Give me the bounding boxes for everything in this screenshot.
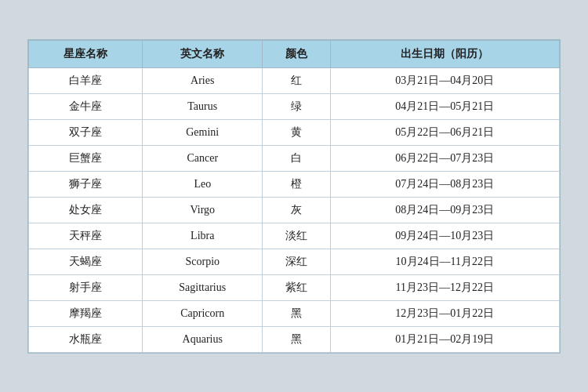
chinese-name: 金牛座: [29, 93, 143, 119]
chinese-name: 处女座: [29, 197, 143, 223]
color-value: 紫红: [263, 274, 330, 300]
table-row: 天蝎座Scorpio深红10月24日—11月22日: [29, 249, 560, 274]
table-row: 白羊座Aries红03月21日—04月20日: [29, 67, 560, 93]
english-name: Libra: [143, 223, 263, 249]
chinese-name: 狮子座: [29, 171, 143, 197]
english-name: Cancer: [143, 145, 263, 171]
color-value: 橙: [263, 171, 330, 197]
column-header: 星座名称: [29, 40, 143, 67]
chinese-name: 巨蟹座: [29, 145, 143, 171]
chinese-name: 白羊座: [29, 67, 143, 93]
english-name: Gemini: [143, 119, 263, 145]
date-range: 04月21日—05月21日: [330, 93, 559, 119]
date-range: 01月21日—02月19日: [330, 326, 559, 352]
chinese-name: 射手座: [29, 274, 143, 300]
english-name: Aries: [143, 67, 263, 93]
zodiac-table-container: 星座名称英文名称颜色出生日期（阳历） 白羊座Aries红03月21日—04月20…: [27, 39, 561, 354]
color-value: 绿: [263, 93, 330, 119]
date-range: 08月24日—09月23日: [330, 197, 559, 223]
zodiac-table: 星座名称英文名称颜色出生日期（阳历） 白羊座Aries红03月21日—04月20…: [28, 40, 560, 353]
date-range: 03月21日—04月20日: [330, 67, 559, 93]
english-name: Leo: [143, 171, 263, 197]
chinese-name: 摩羯座: [29, 300, 143, 326]
table-row: 巨蟹座Cancer白06月22日—07月23日: [29, 145, 560, 171]
column-header: 颜色: [263, 40, 330, 67]
table-row: 金牛座Taurus绿04月21日—05月21日: [29, 93, 560, 119]
color-value: 白: [263, 145, 330, 171]
date-range: 12月23日—01月22日: [330, 300, 559, 326]
chinese-name: 双子座: [29, 119, 143, 145]
table-body: 白羊座Aries红03月21日—04月20日金牛座Taurus绿04月21日—0…: [29, 67, 560, 352]
color-value: 黑: [263, 300, 330, 326]
table-row: 射手座Sagittarius紫红11月23日—12月22日: [29, 274, 560, 300]
chinese-name: 天秤座: [29, 223, 143, 249]
english-name: Taurus: [143, 93, 263, 119]
table-row: 摩羯座Capricorn黑12月23日—01月22日: [29, 300, 560, 326]
date-range: 09月24日—10月23日: [330, 223, 559, 249]
date-range: 11月23日—12月22日: [330, 274, 559, 300]
color-value: 灰: [263, 197, 330, 223]
table-row: 狮子座Leo橙07月24日—08月23日: [29, 171, 560, 197]
color-value: 黄: [263, 119, 330, 145]
english-name: Aquarius: [143, 326, 263, 352]
date-range: 07月24日—08月23日: [330, 171, 559, 197]
chinese-name: 天蝎座: [29, 249, 143, 274]
table-header-row: 星座名称英文名称颜色出生日期（阳历）: [29, 40, 560, 67]
color-value: 黑: [263, 326, 330, 352]
date-range: 06月22日—07月23日: [330, 145, 559, 171]
date-range: 05月22日—06月21日: [330, 119, 559, 145]
table-row: 双子座Gemini黄05月22日—06月21日: [29, 119, 560, 145]
table-row: 处女座Virgo灰08月24日—09月23日: [29, 197, 560, 223]
column-header: 出生日期（阳历）: [330, 40, 559, 67]
color-value: 红: [263, 67, 330, 93]
chinese-name: 水瓶座: [29, 326, 143, 352]
english-name: Scorpio: [143, 249, 263, 274]
date-range: 10月24日—11月22日: [330, 249, 559, 274]
table-row: 水瓶座Aquarius黑01月21日—02月19日: [29, 326, 560, 352]
table-row: 天秤座Libra淡红09月24日—10月23日: [29, 223, 560, 249]
english-name: Capricorn: [143, 300, 263, 326]
color-value: 淡红: [263, 223, 330, 249]
column-header: 英文名称: [143, 40, 263, 67]
color-value: 深红: [263, 249, 330, 274]
english-name: Virgo: [143, 197, 263, 223]
english-name: Sagittarius: [143, 274, 263, 300]
